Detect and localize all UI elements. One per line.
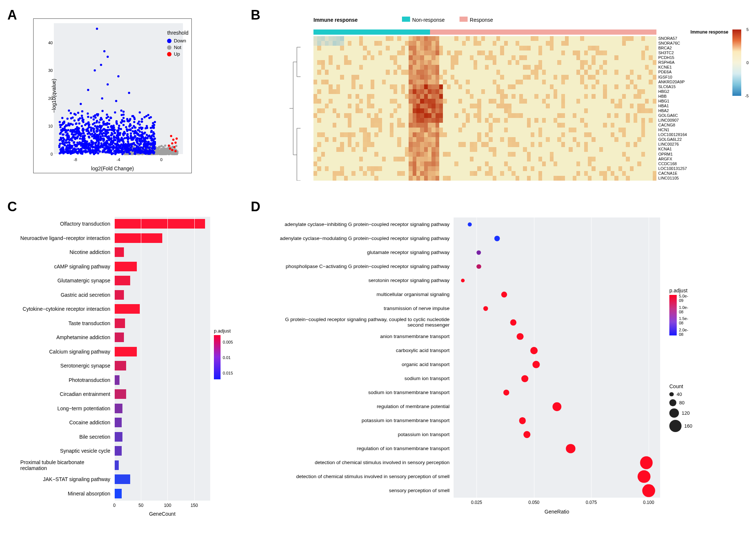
bar-chart: Olfactory transductionNeuroactive ligand… [20,214,234,520]
bar-color-legend: p.adjust 0.005 0.01 0.015 [214,328,247,381]
panel-d: D adenylate cyclase−inhibiting G protein… [251,199,756,531]
volcano-legend: threshold DownNotUp [167,30,188,58]
panel-b: B Immune response Non-response Response … [251,7,756,192]
bar-colorbar [214,335,221,379]
heatmap-top-legend: Immune response Non-response Response [313,17,493,23]
bar-legend-title: p.adjust [214,328,247,334]
heatmap-annot-right-label: Immune response [690,29,728,35]
bar-y-labels: Olfactory transductionNeuroactive ligand… [20,217,112,501]
volcano-plot-frame: −log10(qvalue) log2(Fold Change) -8-40 0… [33,18,192,173]
heatmap-annot-bar [313,29,656,35]
volcano-legend-title: threshold [167,30,188,36]
panel-a-label: A [7,7,17,23]
panel-a: A −log10(qvalue) log2(Fold Change) -8-40… [7,7,243,192]
dot-plot: adenylate cyclase−inhibiting G protein−c… [269,214,749,520]
dot-x-label: GeneRatio [454,509,660,515]
volcano-xlabel: log2(Fold Change) [34,166,191,171]
panel-b-label: B [251,7,260,23]
dot-colorbar [669,295,677,335]
figure-grid: A −log10(qvalue) log2(Fold Change) -8-40… [7,7,749,531]
dot-colorbar-ticks: 5.0e-09 1.0e-08 1.5e-08 2.0e-08 [679,295,692,335]
dot-size-legend-title: Count [669,383,692,389]
heatmap: Immune response Non-response Response Im… [269,15,749,184]
dot-y-labels: adenylate cyclase−inhibiting G protein−c… [269,217,452,498]
heatmap-row-labels: SNORA57SNORA76CBRCA2SH3TC2PCDH15RSPH6AKC… [658,36,687,181]
heatmap-annot-title: Immune response [313,17,358,23]
dot-size-legend: Count 4080120160 [669,383,692,432]
panel-c-label: C [7,199,17,215]
dot-color-legend-title: p.adjust [669,288,692,293]
bar-x-label: GeneCount [114,511,210,517]
panel-c: C Olfactory transductionNeuroactive liga… [7,199,243,531]
heatmap-group-response: Response [460,17,493,23]
dot-plot-area [454,217,660,498]
heatmap-body [313,36,656,181]
dot-legends: p.adjust 5.0e-09 1.0e-08 1.5e-08 2.0e-08… [669,288,692,434]
volcano-plot-area [54,23,183,154]
heatmap-group-nonresponse: Non-response [402,17,445,23]
panel-d-label: D [251,199,260,215]
bar-plot-area [114,217,210,501]
heatmap-colorbar [732,29,741,96]
heatmap-colorbar-ticks: 5 0 -5 [742,29,749,96]
heatmap-dendrogram [288,36,312,181]
